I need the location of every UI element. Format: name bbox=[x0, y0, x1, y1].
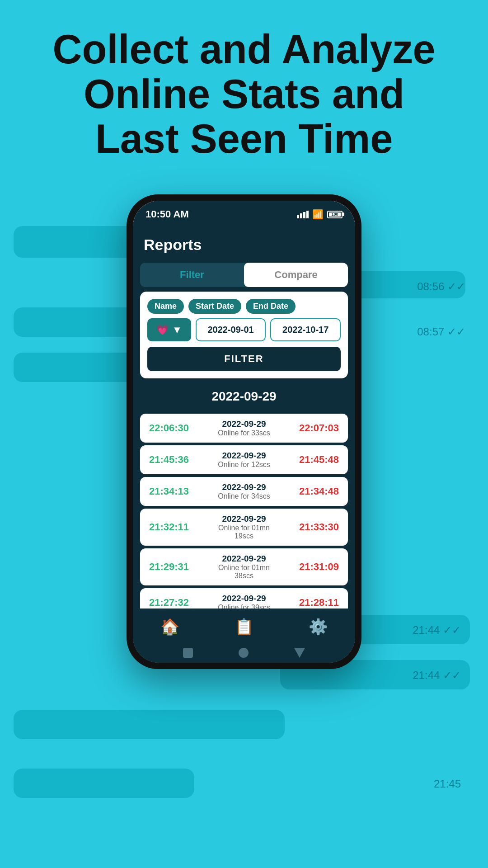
record-end-2: 21:34:48 bbox=[280, 486, 339, 497]
signal-icon bbox=[297, 211, 309, 218]
record-middle-1: 2022-09-29 Online for 12scs bbox=[208, 451, 280, 469]
bubble-time-2: 08:57 ✓✓ bbox=[417, 326, 465, 338]
status-icons: 📶 100 bbox=[297, 209, 343, 220]
records-list: 22:06:30 2022-09-29 Online for 33scs 22:… bbox=[133, 414, 355, 609]
record-row-3: 21:32:11 2022-09-29 Online for 01mn 19sc… bbox=[140, 509, 348, 546]
name-label: Name bbox=[147, 299, 184, 314]
tab-filter[interactable]: Filter bbox=[140, 263, 244, 287]
record-middle-2: 2022-09-29 Online for 34scs bbox=[208, 482, 280, 500]
end-date-label: End Date bbox=[246, 299, 296, 314]
filter-inputs: 💗 ▼ 2022-09-01 2022-10-17 bbox=[147, 318, 341, 341]
record-end-5: 21:28:11 bbox=[280, 597, 339, 609]
filter-labels: Name Start Date End Date bbox=[147, 299, 341, 314]
chat-bubble-8 bbox=[14, 769, 194, 798]
record-start-0: 22:06:30 bbox=[149, 422, 208, 434]
record-middle-4: 2022-09-29 Online for 01mn 38scs bbox=[208, 554, 280, 580]
bubble-time-4: 21:44 ✓✓ bbox=[413, 669, 461, 682]
app-title: Reports bbox=[144, 236, 344, 254]
android-circle-btn[interactable] bbox=[239, 648, 249, 658]
battery-icon: 100 bbox=[327, 211, 343, 218]
settings-icon: ⚙️ bbox=[309, 618, 328, 636]
record-middle-5: 2022-09-29 Online for 39scs bbox=[208, 594, 280, 609]
app-header: Reports bbox=[133, 228, 355, 258]
record-row-2: 21:34:13 2022-09-29 Online for 34scs 21:… bbox=[140, 477, 348, 506]
record-middle-3: 2022-09-29 Online for 01mn 19scs bbox=[208, 514, 280, 540]
record-start-2: 21:34:13 bbox=[149, 486, 208, 497]
record-row-5: 21:27:32 2022-09-29 Online for 39scs 21:… bbox=[140, 588, 348, 609]
record-end-4: 21:31:09 bbox=[280, 561, 339, 573]
record-start-4: 21:29:31 bbox=[149, 561, 208, 573]
android-nav-bar bbox=[133, 643, 355, 663]
record-middle-0: 2022-09-29 Online for 33scs bbox=[208, 419, 280, 437]
name-value: 💗 bbox=[156, 324, 169, 336]
reports-icon: 📋 bbox=[235, 618, 253, 636]
filter-area: Name Start Date End Date 💗 ▼ 2022-09-01 … bbox=[140, 292, 348, 378]
phone-mockup: 10:50 AM 📶 100 bbox=[127, 194, 361, 669]
record-start-1: 21:45:36 bbox=[149, 454, 208, 466]
home-icon: 🏠 bbox=[160, 618, 179, 636]
record-row-4: 21:29:31 2022-09-29 Online for 01mn 38sc… bbox=[140, 548, 348, 585]
record-row-1: 21:45:36 2022-09-29 Online for 12scs 21:… bbox=[140, 445, 348, 474]
bubble-time-1: 08:56 ✓✓ bbox=[417, 280, 465, 293]
start-date-btn[interactable]: 2022-09-01 bbox=[196, 318, 266, 341]
dropdown-arrow-icon: ▼ bbox=[172, 324, 182, 336]
bottom-nav: 🏠 📋 ⚙️ bbox=[133, 609, 355, 643]
tab-compare[interactable]: Compare bbox=[244, 263, 348, 287]
nav-home[interactable]: 🏠 bbox=[151, 615, 188, 638]
wifi-icon: 📶 bbox=[312, 209, 324, 220]
start-date-label: Start Date bbox=[188, 299, 241, 314]
record-end-3: 21:33:30 bbox=[280, 521, 339, 533]
name-dropdown[interactable]: 💗 ▼ bbox=[147, 318, 191, 341]
status-time: 10:50 AM bbox=[145, 208, 189, 220]
record-start-3: 21:32:11 bbox=[149, 521, 208, 533]
end-date-btn[interactable]: 2022-10-17 bbox=[270, 318, 341, 341]
record-end-0: 22:07:03 bbox=[280, 422, 339, 434]
bubble-time-5: 21:45 bbox=[434, 778, 461, 790]
filter-btn-row: FILTER bbox=[147, 347, 341, 371]
app-content: Reports Filter Compare Name Start Date bbox=[133, 228, 355, 663]
record-row-0: 22:06:30 2022-09-29 Online for 33scs 22:… bbox=[140, 414, 348, 443]
nav-reports[interactable]: 📋 bbox=[225, 615, 263, 638]
android-back-btn[interactable] bbox=[294, 648, 305, 658]
tab-bar: Filter Compare bbox=[140, 263, 348, 287]
headline: Collect and Analyze Online Stats and Las… bbox=[0, 27, 488, 161]
bubble-time-3: 21:44 ✓✓ bbox=[413, 624, 461, 637]
android-square-btn[interactable] bbox=[183, 648, 193, 658]
filter-apply-button[interactable]: FILTER bbox=[147, 347, 341, 371]
record-end-1: 21:45:48 bbox=[280, 454, 339, 466]
status-bar: 10:50 AM 📶 100 bbox=[133, 201, 355, 228]
chat-bubble-7 bbox=[14, 710, 285, 739]
nav-settings[interactable]: ⚙️ bbox=[300, 615, 337, 638]
date-header: 2022-09-29 bbox=[140, 383, 348, 410]
record-start-5: 21:27:32 bbox=[149, 597, 208, 609]
